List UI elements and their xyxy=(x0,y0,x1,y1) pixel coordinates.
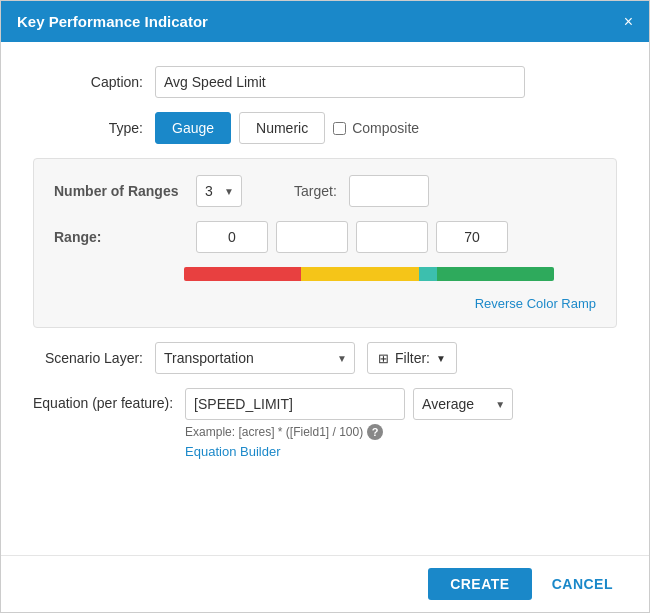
scenario-row: Scenario Layer: Transportation ▼ ⊞ Filte… xyxy=(33,342,617,374)
cancel-button[interactable]: CANCEL xyxy=(540,568,625,600)
reverse-color-container: Reverse Color Ramp xyxy=(54,295,596,311)
type-group: Gauge Numeric Composite xyxy=(155,112,419,144)
range-input-1[interactable] xyxy=(196,221,268,253)
gauge-button[interactable]: Gauge xyxy=(155,112,231,144)
composite-checkbox[interactable] xyxy=(333,122,346,135)
modal-body: Caption: Type: Gauge Numeric Composite N… xyxy=(1,42,649,555)
type-row: Type: Gauge Numeric Composite xyxy=(33,112,617,144)
equation-hint: Example: [acres] * ([Field1] / 100) ? xyxy=(185,424,617,440)
caption-input[interactable] xyxy=(155,66,525,98)
num-ranges-select-wrapper: 3 2 4 5 ▼ xyxy=(196,175,242,207)
num-ranges-row: Number of Ranges 3 2 4 5 ▼ Target: xyxy=(54,175,596,207)
range-input-4[interactable] xyxy=(436,221,508,253)
caption-row: Caption: xyxy=(33,66,617,98)
color-segment-red xyxy=(184,267,301,281)
target-input[interactable] xyxy=(349,175,429,207)
scenario-label: Scenario Layer: xyxy=(33,350,143,366)
type-label: Type: xyxy=(33,120,143,136)
close-button[interactable]: × xyxy=(624,14,633,30)
num-ranges-label: Number of Ranges xyxy=(54,183,184,199)
composite-text: Composite xyxy=(352,120,419,136)
composite-label[interactable]: Composite xyxy=(333,120,419,136)
filter-layers-icon: ⊞ xyxy=(378,351,389,366)
filter-button[interactable]: ⊞ Filter: ▼ xyxy=(367,342,457,374)
aggregation-select-wrapper: Average Sum Min Max Count ▼ xyxy=(413,388,513,420)
target-label: Target: xyxy=(294,183,337,199)
reverse-color-link[interactable]: Reverse Color Ramp xyxy=(475,296,596,311)
create-button[interactable]: CREATE xyxy=(428,568,532,600)
scenario-select[interactable]: Transportation xyxy=(155,342,355,374)
gauge-section: Number of Ranges 3 2 4 5 ▼ Target: Range… xyxy=(33,158,617,328)
modal-footer: CREATE CANCEL xyxy=(1,555,649,612)
filter-arrow-icon: ▼ xyxy=(436,353,446,364)
color-ramp xyxy=(184,267,554,281)
range-input-2[interactable] xyxy=(276,221,348,253)
range-label: Range: xyxy=(54,229,184,245)
aggregation-select[interactable]: Average Sum Min Max Count xyxy=(413,388,513,420)
color-segment-teal xyxy=(419,267,437,281)
equation-builder-link[interactable]: Equation Builder xyxy=(185,444,617,459)
caption-label: Caption: xyxy=(33,74,143,90)
equation-top: Average Sum Min Max Count ▼ xyxy=(185,388,617,420)
equation-right: Average Sum Min Max Count ▼ Example: [ac… xyxy=(185,388,617,459)
equation-hint-text: Example: [acres] * ([Field1] / 100) xyxy=(185,425,363,439)
filter-label: Filter: xyxy=(395,350,430,366)
numeric-button[interactable]: Numeric xyxy=(239,112,325,144)
color-segment-yellow xyxy=(301,267,418,281)
scenario-select-wrapper: Transportation ▼ xyxy=(155,342,355,374)
range-inputs xyxy=(196,221,508,253)
color-segment-green xyxy=(437,267,554,281)
modal-header: Key Performance Indicator × xyxy=(1,1,649,42)
range-row: Range: xyxy=(54,221,596,253)
equation-input[interactable] xyxy=(185,388,405,420)
equation-label: Equation (per feature): xyxy=(33,388,173,412)
range-input-3[interactable] xyxy=(356,221,428,253)
modal: Key Performance Indicator × Caption: Typ… xyxy=(0,0,650,613)
help-icon[interactable]: ? xyxy=(367,424,383,440)
equation-row: Equation (per feature): Average Sum Min … xyxy=(33,388,617,459)
num-ranges-select[interactable]: 3 2 4 5 xyxy=(196,175,242,207)
modal-title: Key Performance Indicator xyxy=(17,13,208,30)
